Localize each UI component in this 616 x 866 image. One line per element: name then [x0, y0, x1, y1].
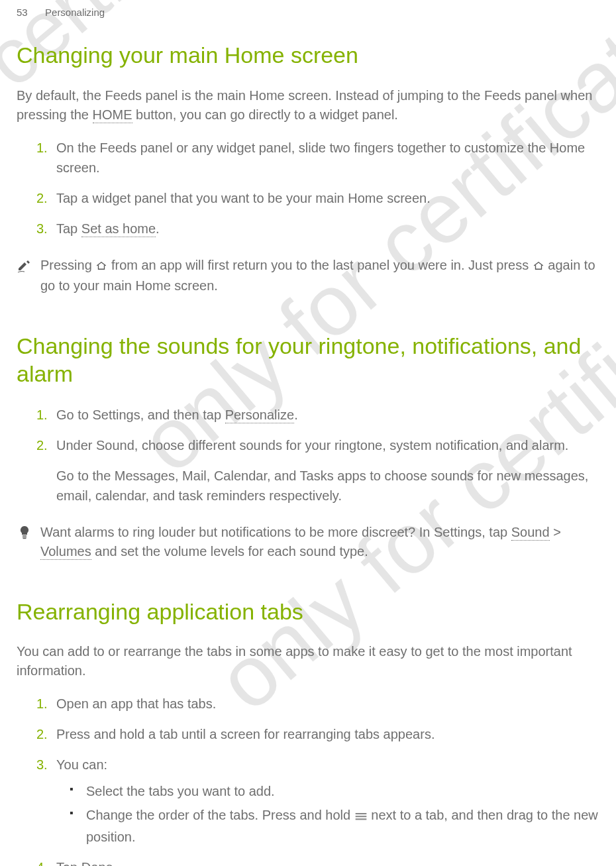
home-icon [95, 257, 107, 276]
step-item: 1.On the Feeds panel or any widget panel… [36, 138, 599, 178]
svg-rect-2 [23, 538, 26, 539]
drag-handle-icon [354, 807, 368, 827]
svg-rect-4 [355, 816, 366, 817]
bullet-item: Select the tabs you want to add. [70, 781, 599, 801]
heading-tabs: Rearranging application tabs [17, 598, 599, 626]
home-button-label: HOME [93, 107, 132, 123]
page-header: 53 Personalizing [17, 7, 599, 18]
note-text: Pressing from an app will first return y… [40, 256, 599, 296]
steps-list: 1. Go to Settings, and then tap Personal… [36, 405, 599, 506]
svg-rect-5 [355, 818, 366, 820]
note-box: Pressing from an app will first return y… [17, 252, 599, 296]
tip-text: Want alarms to ring louder but notificat… [40, 523, 599, 561]
heading-home-screen: Changing your main Home screen [17, 41, 599, 70]
step-item: 3.You can: Select the tabs you want to a… [36, 755, 599, 847]
step-item: 2.Tap a widget panel that you want to be… [36, 188, 599, 208]
bullet-list: Select the tabs you want to add. Change … [70, 781, 599, 847]
intro-text: You can add to or rearrange the tabs in … [17, 642, 599, 680]
volumes-label: Volumes [40, 544, 91, 560]
svg-rect-0 [23, 535, 26, 536]
sound-label: Sound [511, 525, 550, 541]
note-pen-icon [17, 257, 35, 276]
step-item: 2.Press and hold a tab until a screen fo… [36, 724, 599, 744]
step-item: 4. Tap Done. [36, 857, 599, 866]
tip-box: Want alarms to ring louder but notificat… [17, 519, 599, 561]
step-item: 3.Tap Set as home. [36, 219, 599, 239]
svg-rect-3 [355, 813, 366, 814]
heading-sounds: Changing the sounds for your ringtone, n… [17, 332, 599, 388]
svg-rect-1 [23, 537, 26, 537]
step-item: 2. Under Sound, choose different sounds … [36, 435, 599, 506]
page-number: 53 [17, 7, 28, 18]
set-as-home-label: Set as home [81, 221, 156, 237]
chapter-name: Personalizing [45, 7, 105, 18]
intro-text: By default, the Feeds panel is the main … [17, 86, 599, 125]
steps-list: 1.Open an app that has tabs. 2.Press and… [36, 694, 599, 866]
steps-list: 1.On the Feeds panel or any widget panel… [36, 138, 599, 239]
done-label: Done [81, 860, 113, 866]
bullet-item: Change the order of the tabs. Press and … [70, 805, 599, 847]
home-icon [533, 257, 544, 276]
personalize-label: Personalize [225, 407, 295, 423]
step-item: 1. Go to Settings, and then tap Personal… [36, 405, 599, 425]
step-item: 1.Open an app that has tabs. [36, 694, 599, 714]
tip-bulb-icon [17, 524, 35, 543]
